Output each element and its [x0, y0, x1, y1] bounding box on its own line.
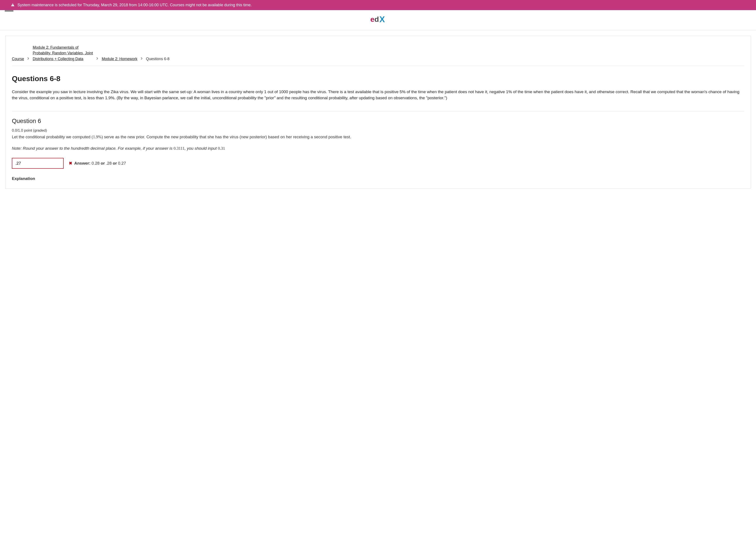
banner-text: System maintenance is scheduled for Thur… [17, 3, 252, 7]
answer-or-1: or [101, 161, 105, 165]
answer-input[interactable] [12, 158, 64, 169]
prompt-text-b: serve as the new prior. Compute the new … [103, 135, 351, 139]
maintenance-banner: System maintenance is scheduled for Thur… [0, 0, 756, 10]
note-text-b: , you should input [184, 146, 218, 151]
prompt-text-a: Let the conditional probability we compu… [12, 135, 92, 139]
chevron-right-icon [27, 57, 30, 62]
svg-text:e: e [370, 16, 374, 23]
question-6-note: Note: Round your answer to the hundredth… [12, 145, 744, 152]
answer-value-2: .28 [106, 161, 112, 165]
page-title: Questions 6-8 [12, 73, 744, 84]
chevron-right-icon [96, 57, 98, 62]
content-frame: Course Module 2: Fundamentals of Probabi… [5, 36, 751, 188]
correct-answer-display: ✖ Answer: 0.28 or .28 or 0.27 [69, 160, 126, 167]
breadcrumb-current: Questions 6-8 [146, 56, 170, 62]
svg-rect-0 [13, 4, 13, 5]
incorrect-x-icon: ✖ [69, 161, 72, 165]
breadcrumb: Course Module 2: Fundamentals of Probabi… [12, 45, 744, 66]
explanation-heading: Explanation [12, 176, 744, 182]
answer-row: ✖ Answer: 0.28 or .28 or 0.27 [12, 158, 744, 169]
answer-label: Answer: [74, 161, 90, 165]
answer-value-1: 0.28 [92, 161, 100, 165]
svg-text:d: d [375, 16, 378, 23]
breadcrumb-homework-link[interactable]: Module 2: Homework [101, 56, 137, 62]
note-text-a: Note: Round your answer to the hundredth… [12, 146, 174, 151]
breadcrumb-module-link[interactable]: Module 2: Fundamentals of Probability, R… [33, 45, 93, 62]
answer-value-3: 0.27 [118, 161, 126, 165]
edx-logo[interactable]: e d X [370, 14, 386, 27]
svg-rect-1 [13, 6, 13, 6]
prompt-math: (1.9%) [92, 135, 103, 139]
question-6-prompt: Let the conditional probability we compu… [12, 134, 744, 140]
divider [12, 111, 744, 111]
note-math-2: 0.31 [218, 146, 225, 151]
breadcrumb-course-link[interactable]: Course [12, 56, 24, 62]
answer-or-2: or [113, 161, 117, 165]
chevron-right-icon [140, 57, 143, 62]
svg-text:X: X [379, 16, 385, 23]
intro-text: Consider the example you saw in lecture … [12, 89, 744, 101]
header-bar: e d X [0, 10, 756, 30]
warning-icon [11, 3, 15, 7]
question-6-title: Question 6 [12, 117, 744, 126]
note-math-1: 0.3111 [174, 146, 184, 151]
question-6-grade: 0.0/1.0 point (graded) [12, 128, 744, 133]
